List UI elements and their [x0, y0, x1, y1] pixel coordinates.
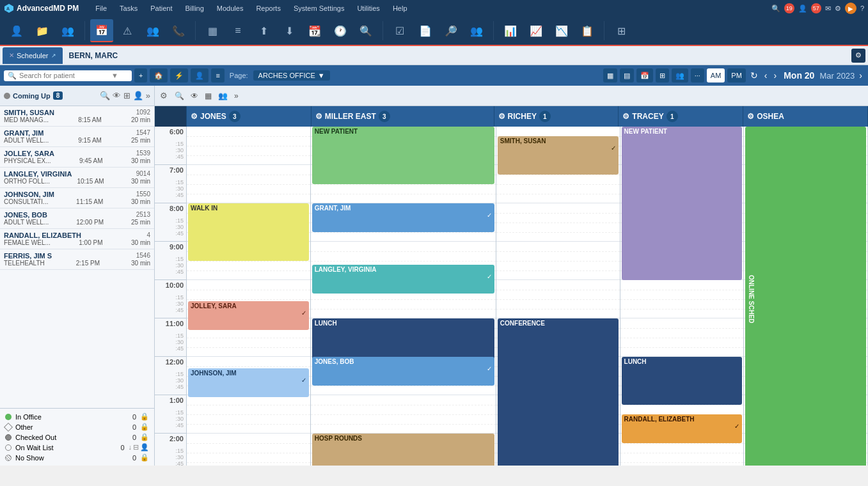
appointment-block[interactable]: NEW PATIENT — [312, 127, 494, 184]
panel-icon-eye[interactable]: 👁 — [113, 91, 121, 100]
appointment-block[interactable]: LANGLEY, VIRGINIA✓ — [312, 265, 494, 294]
home-button[interactable]: 🏠 — [150, 68, 168, 82]
toolbar-list[interactable]: ≡ — [226, 19, 249, 42]
more-options-button[interactable]: ··· — [691, 68, 704, 82]
menu-modules[interactable]: Modules — [210, 3, 250, 13]
toolbar-checklist[interactable]: ☑ — [388, 19, 411, 42]
appointment-block[interactable]: JOHNSON, JIM✓ — [188, 368, 309, 397]
menu-system-settings[interactable]: System Settings — [287, 3, 351, 13]
forward-date-button[interactable]: › — [857, 70, 864, 81]
appointment-block[interactable]: ONLINE SCHED — [745, 127, 866, 466]
menu-tasks[interactable]: Tasks — [113, 3, 144, 13]
gear-icon[interactable]: ⚙ — [622, 112, 629, 121]
question-icon[interactable]: ? — [860, 4, 864, 12]
toolbar-alert[interactable]: ⚠ — [116, 19, 139, 42]
page-selector[interactable]: ARCHES OFFICE ▼ — [253, 70, 330, 81]
day-view-button[interactable]: ▦ — [603, 68, 617, 82]
settings-icon[interactable]: ⚙ — [835, 4, 841, 13]
toolbar-chart2[interactable]: 📈 — [525, 19, 548, 42]
grid-filter-icon[interactable]: ▦ — [203, 90, 214, 102]
month-view-button[interactable]: 📅 — [636, 68, 653, 82]
menu-help[interactable]: Help — [386, 3, 414, 13]
prev-date-button[interactable]: ‹ — [762, 70, 769, 81]
menu-reports[interactable]: Reports — [249, 3, 287, 13]
panel-icon-person[interactable]: 👤 — [133, 91, 143, 100]
appointment-block[interactable]: WALK IN — [188, 203, 309, 261]
toolbar-people[interactable]: 👥 — [465, 19, 488, 42]
toolbar-grid[interactable]: ▦ — [201, 19, 224, 42]
gear-icon[interactable]: ⚙ — [315, 112, 322, 121]
filter-icon[interactable]: ▼ — [111, 72, 118, 79]
toolbar-phone[interactable]: 📞 — [167, 19, 190, 42]
patient-card-button[interactable]: 👤 — [191, 68, 209, 82]
tab-scheduler[interactable]: ✕ Scheduler ↗ — [3, 47, 63, 64]
search-input[interactable] — [19, 72, 109, 79]
appointment-block[interactable]: HOSP ROUNDS — [312, 434, 494, 466]
appointment-block[interactable]: CONFERENCE — [498, 318, 619, 466]
appointment-block[interactable]: LUNCH — [622, 357, 743, 405]
appointment-block[interactable]: RANDALL, ELIZABETH✓ — [622, 414, 743, 443]
toolbar-search2[interactable]: 🔍 — [354, 19, 377, 42]
list-button[interactable]: ≡ — [211, 68, 224, 82]
provider-view-button[interactable]: 👥 — [672, 68, 688, 82]
toolbar-table[interactable]: ⊞ — [610, 19, 633, 42]
patient-search-box[interactable]: 🔍 ▼ — [4, 70, 132, 81]
filter-icon[interactable]: ⚙ — [157, 90, 170, 102]
toolbar-patient[interactable]: 👤 — [5, 19, 28, 42]
toolbar-upload[interactable]: ⬆ — [252, 19, 275, 42]
list-item[interactable]: SMITH, SUSAN1092 MED MANAG...8:15 AM20 m… — [0, 106, 154, 127]
toolbar-clock[interactable]: 🕐 — [329, 19, 352, 42]
eye-filter-icon[interactable]: 👁 — [189, 90, 200, 102]
toolbar-folder[interactable]: 📁 — [31, 19, 54, 42]
envelope-icon[interactable]: ✉ — [825, 4, 831, 13]
appointment-block[interactable]: JONES, BOB✓ — [312, 357, 494, 386]
toolbar-search3[interactable]: 🔎 — [439, 19, 462, 42]
am-button[interactable]: AM — [707, 68, 725, 82]
menu-utilities[interactable]: Utilities — [351, 3, 386, 13]
preferences-button[interactable]: ⚡ — [170, 68, 188, 82]
list-item[interactable]: JOLLEY, SARA1539 PHYSICAL EX...9:45 AM30… — [0, 147, 154, 168]
menu-billing[interactable]: Billing — [178, 3, 210, 13]
list-item[interactable]: GRANT, JIM1547 ADULT WELL...9:15 AM25 mi… — [0, 127, 154, 147]
list-item[interactable]: RANDALL, ELIZABETH4 FEMALE WEL...1:00 PM… — [0, 229, 154, 249]
user-icon[interactable]: 👤 — [798, 4, 807, 13]
gear-icon[interactable]: ⚙ — [191, 112, 198, 121]
toolbar-doc[interactable]: 📄 — [414, 19, 437, 42]
next-date-button[interactable]: › — [772, 70, 779, 81]
panel-icon-search[interactable]: 🔍 — [100, 91, 110, 100]
notification-badge[interactable]: 19 — [784, 3, 794, 13]
appointment-block[interactable]: JOLLEY, SARA✓ — [188, 301, 309, 330]
search-icon[interactable]: 🔍 — [771, 4, 780, 13]
toolbar-calendar2[interactable]: 📆 — [303, 19, 326, 42]
gear-icon[interactable]: ⚙ — [498, 112, 505, 121]
message-badge[interactable]: 57 — [811, 3, 821, 13]
down-arrow-icon[interactable]: ↓ — [129, 443, 132, 451]
list-item[interactable]: JOHNSON, JIM1550 CONSULTATI...11:15 AM30… — [0, 188, 154, 208]
panel-icon-expand[interactable]: » — [146, 91, 150, 100]
search-filter-icon[interactable]: 🔍 — [173, 90, 186, 102]
toolbar-person-add[interactable]: 👥 — [141, 19, 164, 42]
menu-patient[interactable]: Patient — [144, 3, 178, 13]
tab-gear-button[interactable]: ⚙ — [851, 49, 865, 63]
toolbar-chart4[interactable]: 📋 — [576, 19, 599, 42]
list-item[interactable]: JONES, BOB2513 ADULT WELL...12:00 PM25 m… — [0, 208, 154, 229]
multi-view-button[interactable]: ⊞ — [656, 68, 669, 82]
person-filter-icon[interactable]: 👥 — [216, 90, 230, 102]
toolbar-calendar[interactable]: 📅 — [90, 19, 113, 42]
gear-icon[interactable]: ⚙ — [747, 112, 754, 121]
expand-filter-icon[interactable]: » — [232, 90, 241, 102]
pm-button[interactable]: PM — [727, 68, 746, 82]
add-appointment-button[interactable]: + — [134, 68, 147, 82]
list-item[interactable]: LANGLEY, VIRGINIA9014 ORTHO FOLL...10:15… — [0, 168, 154, 188]
toolbar-add-patient[interactable]: 👥 — [56, 19, 79, 42]
appointment-block[interactable]: GRANT, JIM✓ — [312, 203, 494, 232]
appointment-block[interactable]: SMITH, SUSAN✓ — [498, 136, 619, 175]
refresh-button[interactable]: ↻ — [748, 70, 760, 81]
tab-close-icon[interactable]: ✕ — [9, 52, 14, 59]
week-view-button[interactable]: ▤ — [620, 68, 634, 82]
appointment-block[interactable]: NEW PATIENT — [622, 127, 743, 280]
list-item[interactable]: FERRIS, JIM S1546 TELEHEALTH2:15 PM30 mi… — [0, 249, 154, 270]
panel-icon-grid[interactable]: ⊞ — [123, 91, 130, 100]
menu-file[interactable]: File — [89, 3, 113, 13]
toolbar-download[interactable]: ⬇ — [278, 19, 301, 42]
